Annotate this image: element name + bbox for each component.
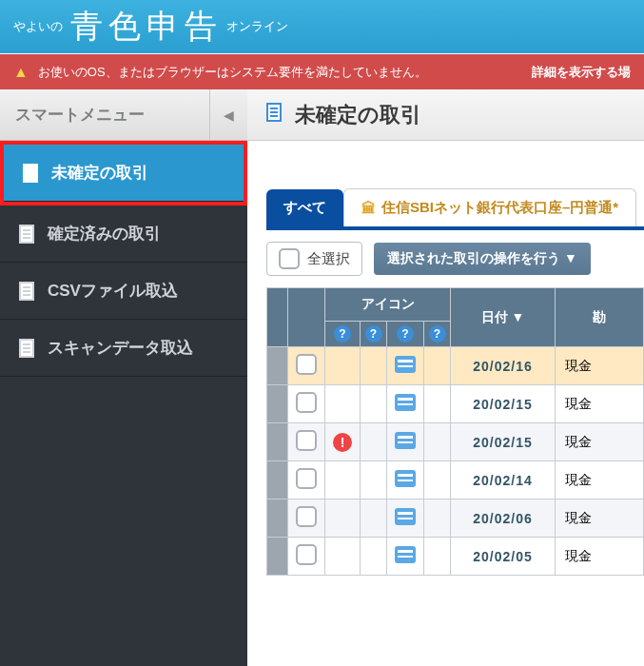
import-icon — [17, 282, 36, 301]
icon-cell-3 — [387, 423, 424, 461]
help-icon[interactable]: ? — [334, 325, 351, 343]
alert-icon: ! — [333, 433, 352, 452]
tab-bank-label: 住信SBIネット銀行代表口座–円普通* — [381, 199, 618, 217]
ledger-icon — [266, 103, 282, 127]
row-checkbox-cell[interactable] — [288, 423, 325, 461]
icon-cell-3 — [387, 538, 424, 576]
row-handle[interactable] — [267, 461, 288, 500]
col-account[interactable]: 勘 — [556, 288, 644, 347]
date-cell: 20/02/14 — [451, 461, 556, 500]
select-all-label: 全選択 — [307, 250, 350, 268]
bank-icon: 🏛 — [361, 200, 376, 216]
alert-text: お使いのOS、またはブラウザーはシステム要件を満たしていません。 — [38, 64, 427, 81]
icon-cell-4 — [424, 347, 451, 385]
row-handle[interactable] — [267, 538, 288, 576]
row-checkbox-cell[interactable] — [288, 461, 325, 500]
transaction-icon — [395, 394, 416, 411]
table-row[interactable]: !20/02/15現金 — [267, 423, 644, 461]
nav-label: スキャンデータ取込 — [48, 337, 193, 359]
checkbox-icon — [296, 544, 317, 565]
tab-all[interactable]: すべて — [266, 189, 343, 226]
table-row[interactable]: 20/02/16現金 — [267, 347, 644, 385]
row-handle[interactable] — [267, 423, 288, 461]
row-checkbox-cell[interactable] — [288, 347, 325, 385]
scanner-icon — [17, 339, 36, 358]
nav-item-confirmed[interactable]: 確定済みの取引 — [0, 206, 247, 263]
icon-cell-3 — [387, 347, 424, 385]
row-checkbox-cell[interactable] — [288, 500, 325, 538]
source-tabs: すべて 🏛 住信SBIネット銀行代表口座–円普通* — [266, 188, 644, 230]
icon-cell-3 — [387, 461, 424, 500]
icon-cell-4 — [424, 461, 451, 500]
row-handle[interactable] — [267, 500, 288, 538]
collapse-sidebar-button[interactable]: ◀ — [209, 89, 247, 141]
nav-item-csv[interactable]: CSVファイル取込 — [0, 263, 247, 320]
app-header: やよいの 青色申告 オンライン — [0, 0, 644, 53]
row-checkbox-cell[interactable] — [288, 385, 325, 423]
nav-label: 確定済みの取引 — [48, 223, 161, 245]
date-cell: 20/02/15 — [451, 423, 556, 461]
ledger-icon — [21, 164, 40, 183]
nav-item-scan[interactable]: スキャンデータ取込 — [0, 320, 247, 377]
table-row[interactable]: 20/02/05現金 — [267, 538, 644, 576]
table-row[interactable]: 20/02/14現金 — [267, 461, 644, 500]
main-content: 未確定の取引 すべて 🏛 住信SBIネット銀行代表口座–円普通* 全選択 選択さ — [247, 89, 644, 666]
icon-cell-4 — [424, 423, 451, 461]
col-icon: アイコン — [325, 288, 451, 322]
smartmenu-label: スマートメニュー — [15, 104, 209, 126]
bulk-operation-button[interactable]: 選択された取引の操作を行う ▼ — [374, 243, 591, 275]
date-cell: 20/02/06 — [451, 500, 556, 538]
icon-cell-4 — [424, 385, 451, 423]
alert-detail-link[interactable]: 詳細を表示する場 — [532, 64, 631, 81]
checkbox-icon — [296, 430, 317, 451]
row-handle[interactable] — [267, 347, 288, 385]
table-toolbar: 全選択 選択された取引の操作を行う ▼ — [266, 230, 644, 287]
col-date[interactable]: 日付 ▼ — [451, 288, 556, 347]
checkbox-icon — [279, 248, 300, 269]
transaction-icon — [395, 546, 416, 563]
alert-bar: ▲ お使いのOS、またはブラウザーはシステム要件を満たしていません。 詳細を表示… — [0, 53, 644, 89]
date-cell: 20/02/15 — [451, 385, 556, 423]
checkbox-icon — [296, 392, 317, 413]
icon-cell-4 — [424, 500, 451, 538]
page-title: 未確定の取引 — [295, 101, 421, 129]
select-all-button[interactable]: 全選択 — [266, 242, 362, 276]
icon-cell-1 — [325, 538, 361, 576]
warning-icon: ▲ — [13, 64, 29, 81]
icon-cell-1 — [325, 461, 361, 500]
account-cell: 現金 — [556, 500, 644, 538]
icon-cell-3 — [387, 500, 424, 538]
row-handle[interactable] — [267, 385, 288, 423]
date-cell: 20/02/16 — [451, 347, 556, 385]
sidebar: スマートメニュー ◀ 未確定の取引 確定済みの取引 CSVファイル取込 スキャン… — [0, 89, 247, 666]
transaction-icon — [395, 432, 416, 449]
icon-cell-2 — [361, 385, 387, 423]
icon-cell-2 — [361, 461, 387, 500]
icon-cell-4 — [424, 538, 451, 576]
icon-cell-2 — [361, 347, 387, 385]
account-cell: 現金 — [556, 461, 644, 500]
account-cell: 現金 — [556, 347, 644, 385]
transaction-icon — [395, 508, 416, 525]
table-row[interactable]: 20/02/15現金 — [267, 385, 644, 423]
row-checkbox-cell[interactable] — [288, 538, 325, 576]
transaction-icon — [395, 470, 416, 487]
table-row[interactable]: 20/02/06現金 — [267, 500, 644, 538]
date-cell: 20/02/05 — [451, 538, 556, 576]
nav-item-unconfirmed[interactable]: 未確定の取引 — [4, 145, 244, 202]
tab-bank-account[interactable]: 🏛 住信SBIネット銀行代表口座–円普通* — [343, 188, 636, 226]
help-icon[interactable]: ? — [397, 325, 414, 343]
icon-cell-1 — [325, 500, 361, 538]
account-cell: 現金 — [556, 423, 644, 461]
icon-cell-1: ! — [325, 423, 361, 461]
nav-label: 未確定の取引 — [51, 162, 148, 184]
icon-cell-1 — [325, 385, 361, 423]
nav-label: CSVファイル取込 — [48, 280, 178, 302]
header-suffix: オンライン — [226, 18, 288, 35]
page-titlebar: 未確定の取引 — [247, 89, 644, 141]
help-icon[interactable]: ? — [429, 325, 446, 343]
help-icon[interactable]: ? — [365, 325, 382, 343]
account-cell: 現金 — [556, 385, 644, 423]
document-icon — [17, 225, 36, 244]
icon-cell-2 — [361, 538, 387, 576]
